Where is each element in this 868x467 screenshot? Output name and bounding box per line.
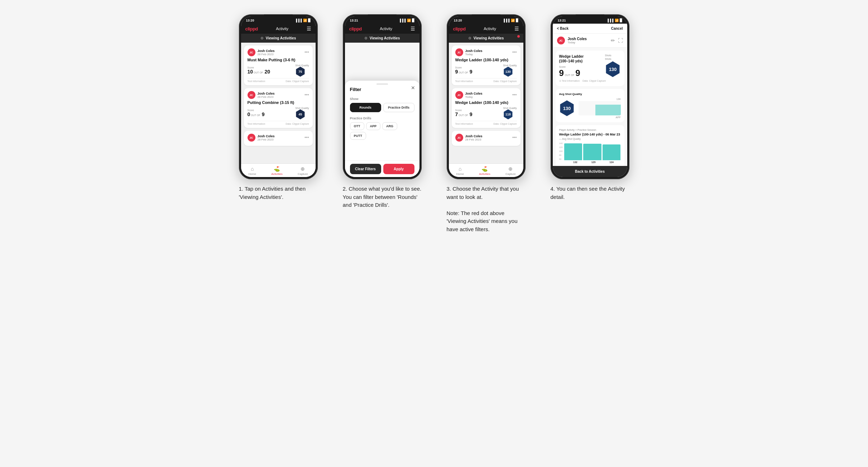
avg-sq-hex-4: 130 [559, 100, 575, 116]
bottom-nav-3: ⌂ Home ⛳ Activities ⊕ Capture [449, 163, 523, 177]
apply-btn-2[interactable]: Apply [383, 164, 414, 174]
bar-1-4 [583, 144, 601, 160]
activity-card-1-0[interactable]: JC Josh Coles 28 Feb 2023 ••• Must Make … [244, 46, 313, 85]
screen-body-3: JC Josh Coles Today ••• Wedge Ladder (10… [449, 43, 523, 163]
wifi-icon-3: 📶 [511, 19, 515, 22]
modal-close-2[interactable]: ✕ [411, 85, 415, 91]
detail-action-icons-4: ✏ ⛶ [611, 38, 623, 43]
wifi-icon-4: 📶 [615, 19, 619, 22]
sub-activity-title-4: Wedge Ladder (100-140 yds) - 06 Mar 23 [559, 133, 621, 136]
viewing-bar-3[interactable]: ⚙ Viewing Activities [449, 34, 523, 43]
avatar-4: JC [557, 37, 565, 44]
stats-row-3-1: Score 7 OUT OF 9 Shot Quality 11 [455, 107, 517, 119]
cancel-btn-4[interactable]: Cancel [611, 27, 623, 30]
status-icons-3: ▐▐▐ 📶 ▉ [503, 19, 518, 22]
status-icons-2: ▐▐▐ 📶 ▉ [399, 19, 414, 22]
drill-arg-2[interactable]: ARG [382, 122, 397, 130]
score-stat-1-1: Score 0 OUT OF 9 [248, 109, 265, 117]
nav-capture-3[interactable]: ⊕ Capture [505, 166, 515, 176]
user-date-1-0: 28 Feb 2023 [258, 53, 275, 56]
status-time-3: 13:20 [454, 19, 462, 22]
three-dots-1-2[interactable]: ••• [304, 135, 309, 140]
header-title-3: Activity [484, 27, 496, 31]
rounds-btn-2[interactable]: Rounds [350, 103, 381, 112]
y-label-100: 100 [559, 150, 563, 152]
nav-activities-1[interactable]: ⛳ Activities [271, 166, 283, 176]
practice-drills-btn-2[interactable]: Practice Drills [383, 103, 414, 112]
score-val-1-1: 0 [248, 111, 250, 117]
nav-home-3[interactable]: ⌂ Home [456, 166, 464, 176]
signal-icon-1: ▐▐▐ [295, 19, 302, 22]
footer-right-1-1: Data: Clippd Capture [286, 123, 309, 125]
drill-ott-2[interactable]: OTT [350, 122, 364, 130]
card-header-1-0: JC Josh Coles 28 Feb 2023 ••• [248, 48, 309, 56]
phone-shell-1: 13:20 ▐▐▐ 📶 ▉ clippd Activity ☰ [239, 14, 318, 179]
three-dots-1-1[interactable]: ••• [304, 92, 309, 97]
menu-icon-2[interactable]: ☰ [411, 26, 415, 32]
phone-screen-3: 13:20 ▐▐▐ 📶 ▉ clippd Activity ☰ ⚙ [449, 16, 523, 177]
filter-icon-1: ⚙ [260, 36, 264, 40]
filter-icon-3: ⚙ [468, 36, 471, 40]
bar-val-2-4: 124 [609, 161, 614, 163]
detail-main-card-4: Wedge Ladder(100–140 yds) Score 9 OUT OF… [556, 51, 624, 86]
shots-val-1-1: 9 [262, 111, 265, 117]
phone-shell-3: 13:20 ▐▐▐ 📶 ▉ clippd Activity ☰ ⚙ [447, 14, 526, 179]
battery-icon-2: ▉ [412, 19, 414, 22]
drill-putt-2[interactable]: PUTT [350, 132, 366, 140]
activities-icon-3: ⛳ [481, 166, 488, 172]
clear-filters-btn-2[interactable]: Clear Filters [350, 164, 381, 174]
battery-icon-3: ▉ [516, 19, 518, 22]
shots-val-1-0: 20 [264, 69, 270, 75]
detail-sq-col-4: Shots Shots 130 [605, 54, 621, 77]
drill-app-2[interactable]: APP [366, 122, 381, 130]
activities-icon-1: ⛳ [274, 166, 280, 172]
menu-icon-1[interactable]: ☰ [307, 26, 311, 32]
drill-group-2: OTT APP ARG PUTT [350, 122, 414, 140]
phone-notch-1 [264, 14, 293, 22]
activity-card-3-0[interactable]: JC Josh Coles Today ••• Wedge Ladder (10… [452, 46, 521, 85]
score-val-1-0: 10 [248, 69, 253, 75]
three-dots-3-0[interactable]: ••• [512, 50, 517, 55]
expand-icon-4[interactable]: ⛶ [618, 38, 623, 43]
sq-hex-1-0: 75 [295, 67, 305, 77]
edit-icon-4[interactable]: ✏ [611, 38, 615, 43]
app-header-3: clippd Activity ☰ [449, 24, 523, 34]
three-dots-3-1[interactable]: ••• [512, 92, 517, 97]
score-stat-1-0: Score 10 OUT OF 20 [248, 66, 270, 75]
detail-user-info-4: JC Josh Coles Today [557, 37, 587, 44]
activity-card-3-2[interactable]: JC Josh Coles 28 Feb 2023 ••• [452, 131, 521, 146]
bar-val-0-4: 132 [573, 161, 577, 163]
nav-home-label-3: Home [456, 172, 464, 176]
score-stat-3-0: Score 9 OUT OF 9 [455, 66, 473, 75]
nav-capture-1[interactable]: ⊕ Capture [298, 166, 308, 176]
user-meta-1-0: Josh Coles 28 Feb 2023 [258, 49, 275, 56]
logo-1: clippd [245, 26, 258, 32]
user-info-1-1: JC Josh Coles 28 Feb 2023 [248, 91, 275, 99]
viewing-bar-2[interactable]: ⚙ Viewing Activities [345, 34, 419, 43]
activity-card-3-1[interactable]: JC Josh Coles Today ••• Wedge Ladder (10… [452, 88, 521, 128]
user-name-3-1: Josh Coles [465, 92, 483, 95]
back-btn-4[interactable]: < Back [557, 27, 569, 30]
activity-card-1-1[interactable]: JC Josh Coles 28 Feb 2023 ••• Putting Co… [244, 88, 313, 128]
battery-icon-1: ▉ [308, 19, 311, 22]
y-label-140: 140 [559, 142, 563, 144]
sq-container-1-1: Shot Quality 45 [295, 107, 309, 119]
user-meta-1-2: Josh Coles 28 Feb 2023 [258, 134, 275, 141]
step-3: 13:20 ▐▐▐ 📶 ▉ clippd Activity ☰ ⚙ [440, 14, 533, 233]
three-dots-1-0[interactable]: ••• [304, 50, 309, 55]
activity-card-1-2[interactable]: JC Josh Coles 28 Feb 2023 ••• [244, 131, 313, 146]
back-to-activities-btn-4[interactable]: Back to Activities [553, 166, 627, 177]
three-dots-3-2[interactable]: ••• [512, 135, 517, 140]
menu-icon-3[interactable]: ☰ [514, 26, 519, 32]
logo-3: clippd [453, 26, 466, 32]
viewing-bar-text-1: Viewing Activities [266, 36, 296, 40]
wifi-icon-2: 📶 [407, 19, 411, 22]
signal-icon-2: ▐▐▐ [399, 19, 406, 22]
stats-row-3-0: Score 9 OUT OF 9 Shot Quality 13 [455, 64, 517, 77]
viewing-bar-1[interactable]: ⚙ Viewing Activities [241, 34, 316, 43]
stats-row-1-1: Score 0 OUT OF 9 Shot Quality 45 [248, 107, 309, 119]
nav-activities-3[interactable]: ⛳ Activities [479, 166, 490, 176]
sq-container-3-1: Shot Quality 118 [503, 107, 517, 119]
detail-score-4: 9 [559, 68, 564, 78]
nav-home-1[interactable]: ⌂ Home [249, 166, 256, 176]
